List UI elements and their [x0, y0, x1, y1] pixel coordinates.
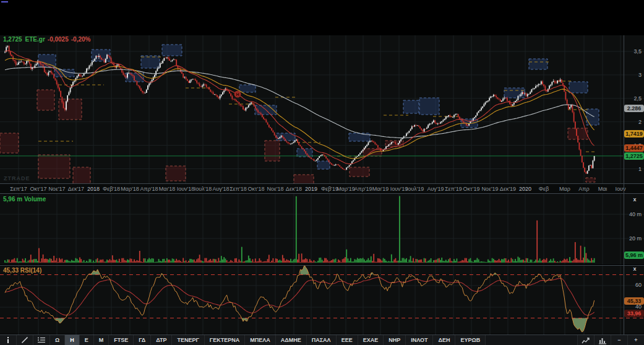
resistance-zone: [162, 45, 182, 56]
ticker-info: 1,2725ETE.gr-0,0025-0,20%: [3, 36, 90, 43]
x-axis-label: Νοε'19: [481, 186, 498, 192]
x-axis-label: Φεβ'18: [103, 186, 120, 192]
x-axis-label: Ιουλ'18: [194, 186, 212, 192]
x-axis-label: Σεπ'19: [445, 186, 462, 192]
rsi-close-button[interactable]: x: [631, 266, 638, 273]
x-axis-label: 2019: [305, 186, 317, 192]
resistance-zone: [317, 161, 330, 169]
toolbar-button-15[interactable]: ΙΝΛΟΤ: [406, 335, 433, 345]
rsi-signal-badge: 33,96: [624, 310, 644, 317]
toolbar-button-8[interactable]: ΓΕΚΤΕΡΝΑ: [205, 335, 245, 345]
toolbar-button-17[interactable]: ΕΥΡΩΒ: [455, 335, 486, 345]
x-axis-label: Μαρ'19: [337, 186, 355, 192]
ticker-last-price: 1,2725: [3, 36, 22, 43]
support-zone: [166, 166, 186, 181]
x-axis[interactable]: Σεπ'17Οκτ'17Νοε'17Δεκ'172018Φεβ'18Μαρ'18…: [0, 183, 644, 194]
x-axis-label: Αυγ'18: [212, 186, 229, 192]
rsi-value: 45,33: [3, 267, 19, 274]
support-zone: [38, 155, 70, 178]
x-axis-label: Σεπ'18: [230, 186, 247, 192]
toolbar-button-9[interactable]: ΜΠΕΛΑ: [245, 335, 276, 345]
x-axis-label: Δεκ'19: [500, 186, 516, 192]
toolbar-button-4[interactable]: FTSE: [109, 335, 134, 345]
toolbar-button-7[interactable]: ΤΕΝΕΡΓ: [172, 335, 204, 345]
rsi-pane-label: 45,33 RSI(14): [3, 267, 41, 274]
toolbar-button-10[interactable]: ΑΔΜΗΕ: [276, 335, 307, 345]
legend-list-icon[interactable]: [33, 335, 50, 345]
volume-name: Volume: [24, 196, 46, 203]
toolbar-button-14[interactable]: ΝΗΡ: [384, 335, 406, 345]
line-chart-icon[interactable]: [577, 335, 594, 345]
toolbar-button-6[interactable]: ΔΤΡ: [151, 335, 172, 345]
toolbar-button-16[interactable]: ΔΕΗ: [433, 335, 455, 345]
ma-fast-badge: 1,4447: [624, 144, 644, 152]
event-marker[interactable]: H: [234, 91, 241, 98]
axis-tick-label: 3,5: [633, 48, 642, 55]
support-zone: [586, 178, 595, 182]
zoom-out-button[interactable]: −: [611, 335, 627, 345]
symbol-button-group: ΩΗΕΜFTSEΓΔΔΤΡΤΕΝΕΡΓΓΕΚΤΕΡΝΑΜΠΕΛΑΑΔΜΗΕΠΑΣ…: [50, 335, 486, 345]
support-zone: [363, 149, 382, 156]
x-axis-label: Νοε'18: [267, 186, 283, 192]
volume-bars-group: [4, 196, 595, 263]
x-axis-label: Οκτ'17: [30, 186, 47, 192]
x-axis-label: Σεπ'17: [10, 186, 27, 192]
price-axis[interactable]: 3,532,521,5140 m20 m60402.2861,74191,444…: [624, 0, 644, 334]
x-axis-label: 2020: [519, 186, 531, 192]
rsi-name: RSI(14): [20, 267, 41, 274]
toolbar-button-3[interactable]: Μ: [94, 335, 109, 345]
menu-accent-dash[interactable]: [1, 1, 8, 2]
support-zone: [265, 141, 280, 161]
resistance-zone: [504, 88, 525, 98]
support-zone: [294, 175, 314, 183]
ticker-symbol[interactable]: ETE.gr: [25, 36, 45, 43]
x-axis-label: Απρ: [578, 186, 589, 192]
volume-badge: 5,96 m: [624, 251, 644, 259]
info-icon[interactable]: [0, 335, 17, 345]
x-axis-label: Δεκ'17: [68, 186, 84, 192]
x-axis-label: Ιουλ'19: [406, 186, 424, 192]
x-axis-label: Αυγ'19: [427, 186, 444, 192]
axis-tick-label: 2,5: [633, 95, 642, 102]
last-price-badge: 1,2725: [624, 152, 644, 160]
x-axis-label: Μαι: [598, 186, 608, 192]
toolbar-button-1[interactable]: Η: [65, 335, 80, 345]
price-pane[interactable]: H: [0, 35, 644, 183]
x-axis-label: Απρ'18: [140, 186, 158, 192]
volume-pane-label: 5,96 m Volume: [3, 196, 46, 203]
x-axis-label: Ιουν'18: [177, 186, 195, 192]
price-chart-svg: H: [0, 35, 644, 183]
resistance-zone: [529, 59, 547, 69]
ticker-change-pct: -0,20%: [71, 36, 91, 43]
resistance-zone: [586, 109, 599, 125]
rsi-grid: [0, 266, 644, 334]
x-axis-label: 2018: [87, 186, 100, 192]
svg-text:H: H: [236, 92, 239, 97]
rsi-value-badge: 45,33: [624, 297, 644, 305]
volume-pane[interactable]: [0, 194, 644, 264]
top-band: [0, 0, 644, 35]
toolbar-button-11[interactable]: ΠΑΣΑΛ: [307, 335, 337, 345]
axis-tick-label: 20 m: [629, 235, 642, 242]
rsi-pane[interactable]: [0, 265, 644, 334]
toolbar-button-0[interactable]: Ω: [50, 335, 65, 345]
axis-tick-label: 1: [638, 166, 642, 172]
x-axis-label: Νοε'17: [48, 186, 65, 192]
toolbar-right-group: − +: [577, 335, 644, 345]
support-zone: [0, 133, 19, 153]
zoom-in-button[interactable]: +: [627, 335, 644, 345]
toolbar-button-5[interactable]: ΓΔ: [134, 335, 151, 345]
support-zone: [37, 90, 54, 110]
x-axis-label: Απρ'19: [354, 186, 372, 192]
x-axis-label: Μαρ'18: [121, 186, 139, 192]
toolbar-button-2[interactable]: Ε: [80, 335, 94, 345]
draw-pencil-icon[interactable]: [17, 335, 33, 345]
volume-close-button[interactable]: x: [631, 196, 638, 203]
bar-chart-icon[interactable]: [594, 335, 611, 345]
toolbar-button-13[interactable]: ΕΧΑΕ: [358, 335, 384, 345]
trading-app: H 1,2725ETE.gr-0,0025-0,20% ZTRADE Σεπ'1…: [0, 0, 644, 345]
x-axis-label: Μαρ: [559, 186, 570, 192]
toolbar-button-12[interactable]: ΕΕΕ: [337, 335, 358, 345]
zones-group: [0, 45, 599, 183]
resistance-zone: [403, 100, 419, 113]
